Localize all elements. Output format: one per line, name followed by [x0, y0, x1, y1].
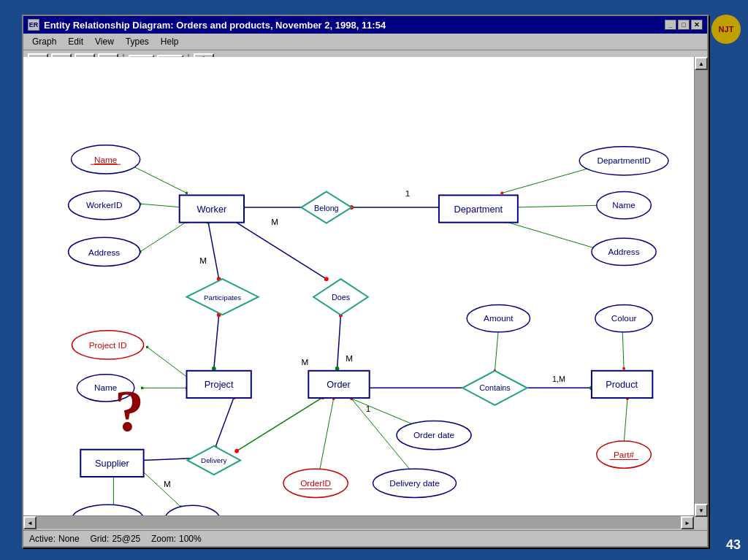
svg-text:Address: Address	[608, 247, 639, 256]
title-bar: ER Entity Relationship Diagram: Orders a…	[23, 16, 707, 34]
scroll-left-button[interactable]: ◄	[23, 516, 37, 529]
menu-help[interactable]: Help	[155, 35, 185, 48]
svg-text:M: M	[346, 353, 353, 363]
menu-graph[interactable]: Graph	[26, 35, 62, 48]
menu-edit[interactable]: Edit	[62, 35, 89, 48]
zoom-value: 100%	[179, 534, 202, 544]
svg-text:1,M: 1,M	[552, 375, 565, 383]
svg-text:Order date: Order date	[413, 430, 455, 440]
scroll-up-button[interactable]: ▲	[695, 57, 708, 70]
close-button[interactable]: ✕	[691, 20, 703, 30]
window-icon: ER	[28, 19, 39, 31]
menu-bar: Graph Edit View Types Help	[23, 34, 707, 50]
svg-text:Project ID: Project ID	[89, 340, 127, 350]
svg-text:Project: Project	[205, 379, 234, 390]
svg-text:Worker: Worker	[196, 204, 227, 215]
svg-text:Belong: Belong	[314, 204, 339, 212]
svg-text:WorkerID: WorkerID	[86, 200, 122, 210]
scroll-right-button[interactable]: ►	[681, 516, 694, 529]
svg-text:Amount: Amount	[484, 313, 514, 323]
svg-text:Delivery date: Delivery date	[389, 478, 440, 488]
svg-text:M: M	[302, 357, 309, 367]
active-label: Active:	[29, 534, 56, 544]
scroll-down-button[interactable]: ▼	[695, 504, 708, 517]
svg-text:Name: Name	[612, 200, 636, 210]
grid-value: 25@25	[112, 534, 140, 544]
status-bar: Active: None Grid: 25@25 Zoom: 100%	[23, 530, 707, 546]
menu-view[interactable]: View	[89, 35, 120, 48]
menu-types[interactable]: Types	[120, 35, 155, 48]
maximize-button[interactable]: □	[678, 20, 690, 30]
svg-text:DepartmentID: DepartmentID	[597, 156, 650, 165]
svg-line-24	[237, 397, 323, 451]
svg-text:1: 1	[405, 188, 411, 198]
svg-text:Department: Department	[454, 204, 503, 215]
svg-text:Address: Address	[88, 248, 120, 257]
svg-text:M: M	[271, 217, 278, 226]
svg-text:M: M	[199, 256, 207, 265]
svg-line-9	[129, 164, 187, 193]
grid-label: Grid:	[90, 534, 109, 544]
svg-line-28	[495, 329, 498, 371]
svg-text:OrderID: OrderID	[300, 478, 331, 488]
svg-line-18	[214, 315, 219, 369]
svg-line-35	[140, 469, 181, 507]
logo: NJT	[711, 15, 741, 44]
svg-text:Name: Name	[94, 155, 118, 164]
svg-text:Product: Product	[606, 379, 638, 390]
window-title: Entity Relationship Diagram: Orders and …	[44, 20, 386, 31]
svg-line-30	[624, 399, 627, 444]
svg-text:Name: Name	[94, 383, 118, 392]
svg-line-23	[215, 397, 234, 448]
svg-line-17	[208, 222, 219, 280]
svg-text:Order: Order	[327, 379, 351, 390]
svg-text:Part#: Part#	[614, 450, 635, 459]
svg-text:1: 1	[366, 404, 371, 413]
svg-line-21	[148, 347, 191, 379]
scroll-track-vertical[interactable]	[695, 70, 707, 504]
svg-text:Colour: Colour	[611, 313, 637, 323]
svg-text:Supplier: Supplier	[95, 458, 130, 469]
scroll-track-horizontal[interactable]	[37, 516, 681, 529]
svg-line-19	[229, 218, 326, 279]
question-mark: ?	[115, 382, 144, 440]
vertical-scrollbar[interactable]: ▲ ▼	[694, 57, 707, 517]
svg-text:Participates: Participates	[204, 294, 241, 302]
title-buttons: _ □ ✕	[665, 20, 703, 30]
minimize-button[interactable]: _	[665, 20, 676, 30]
svg-text:Contains: Contains	[479, 383, 511, 392]
svg-line-32	[319, 399, 334, 472]
canvas-area[interactable]: Worker Department Project Order Product …	[23, 57, 694, 515]
svg-line-16	[505, 222, 602, 250]
svg-line-29	[622, 329, 624, 369]
horizontal-scrollbar[interactable]: ◄ ►	[23, 515, 694, 529]
svg-text:Delivery: Delivery	[201, 456, 226, 464]
svg-text:M: M	[164, 479, 171, 488]
diagram-svg: Worker Department Project Order Product …	[23, 57, 694, 515]
svg-line-10	[140, 204, 183, 207]
slide-number: 43	[726, 537, 741, 553]
svg-text:Does: Does	[332, 293, 350, 302]
active-value: None	[58, 534, 80, 544]
svg-line-11	[140, 222, 187, 252]
zoom-label: Zoom:	[151, 534, 176, 544]
svg-line-15	[513, 205, 603, 207]
main-window: ER Entity Relationship Diagram: Orders a…	[22, 15, 709, 548]
svg-line-20	[337, 315, 341, 369]
